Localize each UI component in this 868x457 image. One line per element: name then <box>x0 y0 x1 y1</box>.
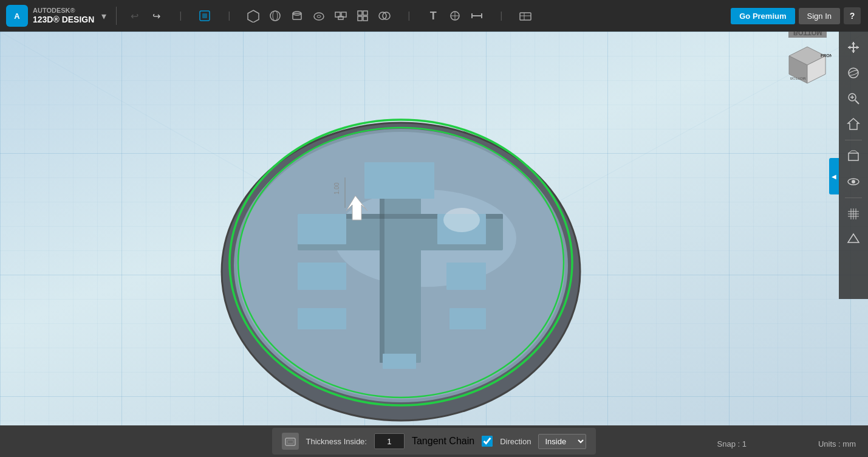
help-button[interactable]: ? <box>844 7 861 24</box>
tangent-chain-label: Tangent Chain <box>412 436 474 447</box>
svg-point-63 <box>848 69 858 76</box>
zoom-button[interactable] <box>842 88 864 109</box>
svg-rect-41 <box>298 214 346 244</box>
svg-rect-45 <box>446 263 486 290</box>
premium-button[interactable]: Go Premium <box>731 8 795 24</box>
thickness-label: Thickness Inside: <box>306 437 367 446</box>
svg-rect-83 <box>287 440 293 444</box>
svg-rect-69 <box>849 153 858 160</box>
svg-line-65 <box>855 100 859 104</box>
tangent-chain-checkbox[interactable] <box>482 436 493 447</box>
units-info[interactable]: Units : mm <box>818 439 856 448</box>
orient-front-label: FRONT <box>821 53 832 58</box>
direction-select[interactable]: Inside Outside Both <box>538 434 586 449</box>
svg-marker-2 <box>248 10 259 22</box>
box-tool[interactable] <box>243 5 264 26</box>
divider3: | <box>398 5 419 26</box>
redo-button[interactable]: ↪ <box>146 5 166 26</box>
pan-button[interactable] <box>842 36 864 58</box>
svg-rect-15 <box>363 16 367 21</box>
svg-rect-43 <box>298 308 346 329</box>
svg-point-7 <box>314 13 324 20</box>
svg-point-8 <box>317 15 321 18</box>
group-tool[interactable] <box>330 5 351 26</box>
svg-rect-48 <box>383 354 416 369</box>
svg-rect-14 <box>358 16 362 21</box>
orient-bottom-label: BOTTOM <box>790 77 806 80</box>
svg-text:1.00: 1.00 <box>333 182 340 194</box>
svg-marker-61 <box>856 46 859 49</box>
svg-point-74 <box>852 180 855 184</box>
side-tab[interactable]: ◀ <box>829 158 839 194</box>
undo-redo-group: ↩ ↪ <box>120 5 170 26</box>
right-divider2 <box>845 198 862 198</box>
svg-point-3 <box>270 11 280 21</box>
measure-tool[interactable] <box>466 5 487 26</box>
grid-button[interactable] <box>842 203 864 225</box>
svg-marker-60 <box>848 46 850 49</box>
text-tool[interactable]: T <box>423 5 443 26</box>
svg-rect-11 <box>338 16 343 19</box>
dropdown-icon[interactable]: ▾ <box>101 10 106 22</box>
material-tool <box>511 5 539 26</box>
toolbar-divider <box>116 7 117 25</box>
snap-info: Snap : 1 <box>717 439 747 448</box>
logo-area: A AUTODESK® 123D® DESIGN ▾ <box>0 5 112 27</box>
svg-rect-82 <box>285 438 295 445</box>
home-button[interactable] <box>842 113 864 135</box>
svg-point-52 <box>443 208 480 232</box>
right-panel <box>839 32 868 299</box>
visibility-button[interactable] <box>842 171 864 193</box>
undo-button[interactable]: ↩ <box>124 5 145 26</box>
svg-point-4 <box>273 11 278 21</box>
sphere-tool[interactable] <box>265 5 285 26</box>
svg-rect-42 <box>298 263 346 290</box>
cylinder-tool[interactable] <box>287 5 307 26</box>
signin-button[interactable]: Sign In <box>799 8 840 24</box>
svg-rect-12 <box>358 11 362 15</box>
orientation-cube[interactable]: FRONT BOTTOM <box>783 44 832 92</box>
scene-svg: 1.00 <box>0 32 868 457</box>
svg-rect-47 <box>364 162 434 199</box>
material-btn[interactable] <box>515 5 536 26</box>
extra-tools: T <box>419 5 491 26</box>
boolean-tool[interactable] <box>374 5 395 26</box>
materials-button[interactable] <box>842 228 864 250</box>
svg-marker-59 <box>852 50 855 53</box>
perspective-button[interactable] <box>842 145 864 167</box>
ungroup-tool[interactable] <box>352 5 373 26</box>
snap-tool[interactable] <box>445 5 465 26</box>
divider1: | <box>170 5 191 26</box>
side-tab-icon: ◀ <box>832 173 836 180</box>
svg-rect-1 <box>202 13 207 18</box>
brand-name: AUTODESK® <box>33 7 94 15</box>
toolbar: A AUTODESK® 123D® DESIGN ▾ ↩ ↪ | | <box>0 0 868 32</box>
divider2: | <box>219 5 239 26</box>
logo-text: AUTODESK® 123D® DESIGN <box>33 7 94 25</box>
bottom-tool-bar: Thickness Inside: Tangent Chain Directio… <box>272 428 596 455</box>
logo-icon: A <box>6 5 28 27</box>
toolbar-right: Go Premium Sign In ? <box>731 7 868 24</box>
svg-marker-68 <box>848 119 859 129</box>
svg-rect-24 <box>520 13 531 20</box>
direction-label: Direction <box>500 437 531 446</box>
bottom-panel: Thickness Inside: Tangent Chain Directio… <box>0 425 868 457</box>
svg-rect-13 <box>363 11 367 15</box>
canvas-area[interactable]: 1.00 <box>0 32 868 457</box>
right-divider <box>845 140 862 140</box>
orbit-button[interactable] <box>842 62 864 84</box>
transform-tools <box>191 5 219 26</box>
product-name: 123D® DESIGN <box>33 15 94 25</box>
shape-tools <box>239 5 398 26</box>
shell-tool-icon <box>282 433 299 450</box>
svg-marker-58 <box>852 42 855 44</box>
thickness-input[interactable] <box>374 433 405 449</box>
svg-rect-46 <box>449 308 486 329</box>
torus-tool[interactable] <box>309 5 329 26</box>
select-tool[interactable] <box>194 5 215 26</box>
divider4: | <box>491 5 511 26</box>
svg-marker-81 <box>848 234 859 242</box>
